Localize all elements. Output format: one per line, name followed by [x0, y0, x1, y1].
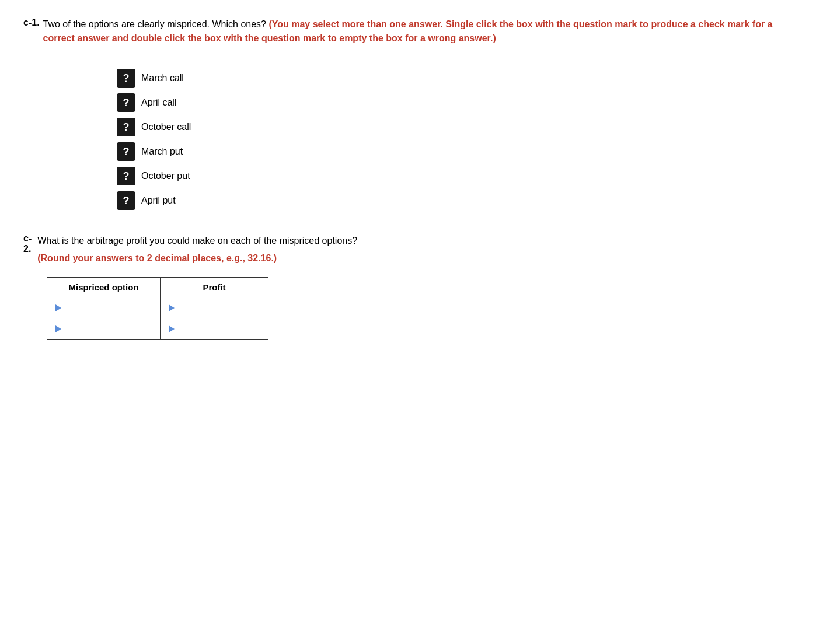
- table-cell-option-1[interactable]: [47, 298, 161, 318]
- question-mark-october-call: ?: [123, 122, 130, 132]
- option-march-put: ? March put: [117, 142, 807, 161]
- question-c2-container: c- 2. What is the arbitrage profit you c…: [23, 233, 807, 265]
- option-april-put: ? April put: [117, 191, 807, 210]
- question-c1-container: c-1. Two of the options are clearly misp…: [23, 18, 807, 46]
- question-c1-text: Two of the options are clearly mispriced…: [43, 18, 807, 46]
- question-c2-labels: c- 2.: [23, 233, 32, 265]
- table-cell-profit-1[interactable]: [160, 298, 268, 318]
- mispriced-table: Mispriced option Profit: [47, 277, 268, 340]
- table-cell-profit-2[interactable]: [160, 318, 268, 340]
- question-c2-label-2: 2.: [23, 244, 32, 254]
- option-march-call: ? March call: [117, 69, 807, 88]
- option-april-call: ? April call: [117, 93, 807, 112]
- option-label-march-call: March call: [141, 73, 184, 83]
- table-cell-option-1-inner: [55, 303, 152, 313]
- option-label-october-put: October put: [141, 171, 190, 181]
- row-arrow-profit-2: [169, 326, 175, 332]
- question-c1-text-normal: Two of the options are clearly mispriced…: [43, 19, 266, 29]
- table-row: [47, 318, 268, 340]
- table-container: Mispriced option Profit: [47, 277, 807, 340]
- table-cell-option-2-inner: [55, 324, 152, 334]
- question-box-april-put[interactable]: ?: [117, 191, 135, 210]
- table-cell-profit-2-inner: [169, 324, 260, 334]
- question-box-october-put[interactable]: ?: [117, 167, 135, 186]
- option-label-april-put: April put: [141, 195, 176, 206]
- options-container: ? March call ? April call ? October call…: [117, 69, 807, 210]
- table-header-row: Mispriced option Profit: [47, 278, 268, 298]
- question-c1-label: c-1.: [23, 18, 40, 46]
- row-arrow-2: [55, 326, 61, 332]
- question-c2-text: What is the arbitrage profit you could m…: [37, 233, 357, 265]
- question-mark-march-put: ?: [123, 146, 130, 157]
- question-mark-march-call: ?: [123, 73, 130, 83]
- table-input-profit-1[interactable]: [177, 303, 260, 313]
- option-october-put: ? October put: [117, 167, 807, 186]
- table-header-mispriced-option: Mispriced option: [47, 278, 161, 298]
- row-arrow-1: [55, 304, 61, 312]
- table-cell-profit-1-inner: [169, 303, 260, 313]
- question-mark-april-put: ?: [123, 195, 130, 206]
- table-input-option-1[interactable]: [64, 303, 152, 313]
- question-c2-text-bold: (Round your answers to 2 decimal places,…: [37, 251, 357, 266]
- question-box-march-put[interactable]: ?: [117, 142, 135, 161]
- question-c2-text-normal: What is the arbitrage profit you could m…: [37, 233, 357, 249]
- option-label-october-call: October call: [141, 122, 191, 132]
- table-row: [47, 298, 268, 318]
- option-october-call: ? October call: [117, 118, 807, 136]
- question-mark-october-put: ?: [123, 171, 130, 181]
- row-arrow-profit-1: [169, 304, 175, 312]
- table-input-option-2[interactable]: [64, 324, 152, 334]
- table-cell-option-2[interactable]: [47, 318, 161, 340]
- table-input-profit-2[interactable]: [177, 324, 260, 334]
- option-label-april-call: April call: [141, 97, 176, 108]
- question-c2-label-c: c-: [23, 233, 32, 244]
- question-mark-april-call: ?: [123, 97, 130, 108]
- question-box-march-call[interactable]: ?: [117, 69, 135, 88]
- table-header-profit: Profit: [160, 278, 268, 298]
- option-label-march-put: March put: [141, 146, 183, 157]
- question-box-april-call[interactable]: ?: [117, 93, 135, 112]
- question-box-october-call[interactable]: ?: [117, 118, 135, 136]
